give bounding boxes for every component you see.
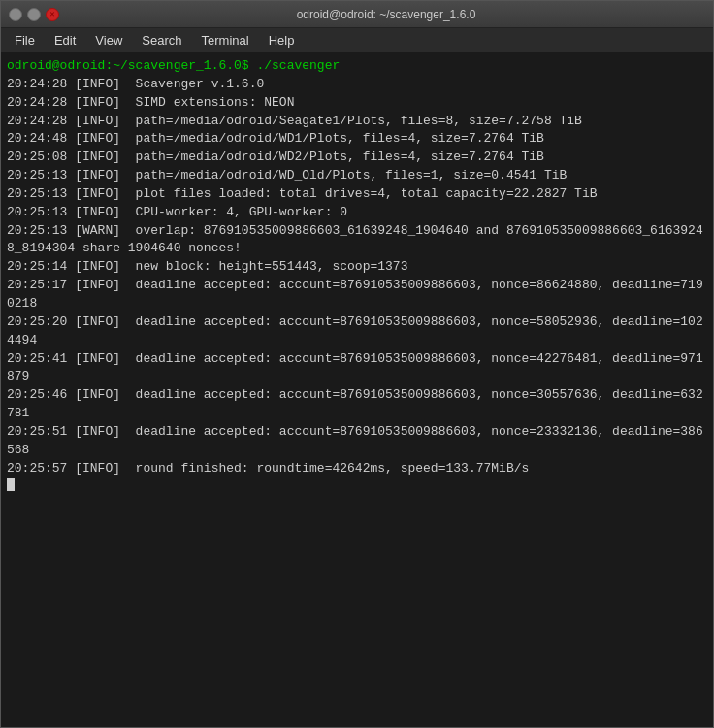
terminal-output[interactable]: odroid@odroid:~/scavenger_1.6.0$ ./scave… xyxy=(1,53,713,727)
terminal-line: 20:25:13 [WARN] overlap: 876910535009886… xyxy=(7,222,707,259)
terminal-line: 20:25:20 [INFO] deadline accepted: accou… xyxy=(7,314,707,350)
terminal-line: 20:24:28 [INFO] path=/media/odroid/Seaga… xyxy=(7,113,707,131)
terminal-line: 20:25:13 [INFO] path=/media/odroid/WD_Ol… xyxy=(7,167,707,185)
window-title: odroid@odroid: ~/scavenger_1.6.0 xyxy=(67,8,705,21)
cursor-line xyxy=(7,478,707,491)
terminal-line: 20:24:28 [INFO] SIMD extensions: NEON xyxy=(7,94,707,113)
prompt-line: odroid@odroid:~/scavenger_1.6.0$ ./scave… xyxy=(7,57,707,76)
menu-terminal[interactable]: Terminal xyxy=(192,31,259,50)
terminal-line: 20:25:13 [INFO] plot files loaded: total… xyxy=(7,185,707,204)
close-button[interactable]: ✕ xyxy=(46,8,59,21)
terminal-line: 20:24:28 [INFO] Scavenger v.1.6.0 xyxy=(7,76,707,94)
menu-edit[interactable]: Edit xyxy=(45,31,85,50)
menu-help[interactable]: Help xyxy=(259,31,305,50)
menu-file[interactable]: File xyxy=(5,31,45,50)
terminal-line: 20:25:46 [INFO] deadline accepted: accou… xyxy=(7,386,707,423)
menu-view[interactable]: View xyxy=(85,31,132,50)
menubar: File Edit View Search Terminal Help xyxy=(1,28,713,53)
menu-search[interactable]: Search xyxy=(132,31,191,50)
terminal-line: 20:25:57 [INFO] round finished: roundtim… xyxy=(7,460,707,479)
terminal-line: 20:25:08 [INFO] path=/media/odroid/WD2/P… xyxy=(7,149,707,167)
terminal-line: 20:24:48 [INFO] path=/media/odroid/WD1/P… xyxy=(7,130,707,149)
titlebar: ✕ odroid@odroid: ~/scavenger_1.6.0 xyxy=(1,1,713,28)
window-controls: ✕ xyxy=(9,8,59,21)
terminal-line: 20:25:13 [INFO] CPU-worker: 4, GPU-worke… xyxy=(7,204,707,222)
terminal-line: 20:25:41 [INFO] deadline accepted: accou… xyxy=(7,350,707,387)
terminal-line: 20:25:17 [INFO] deadline accepted: accou… xyxy=(7,277,707,314)
minimize-button[interactable] xyxy=(9,8,22,21)
terminal-line: 20:25:51 [INFO] deadline accepted: accou… xyxy=(7,423,707,460)
maximize-button[interactable] xyxy=(27,8,41,21)
cursor xyxy=(7,478,15,491)
terminal-window: ✕ odroid@odroid: ~/scavenger_1.6.0 File … xyxy=(0,0,714,728)
terminal-line: 20:25:14 [INFO] new block: height=551443… xyxy=(7,258,707,277)
